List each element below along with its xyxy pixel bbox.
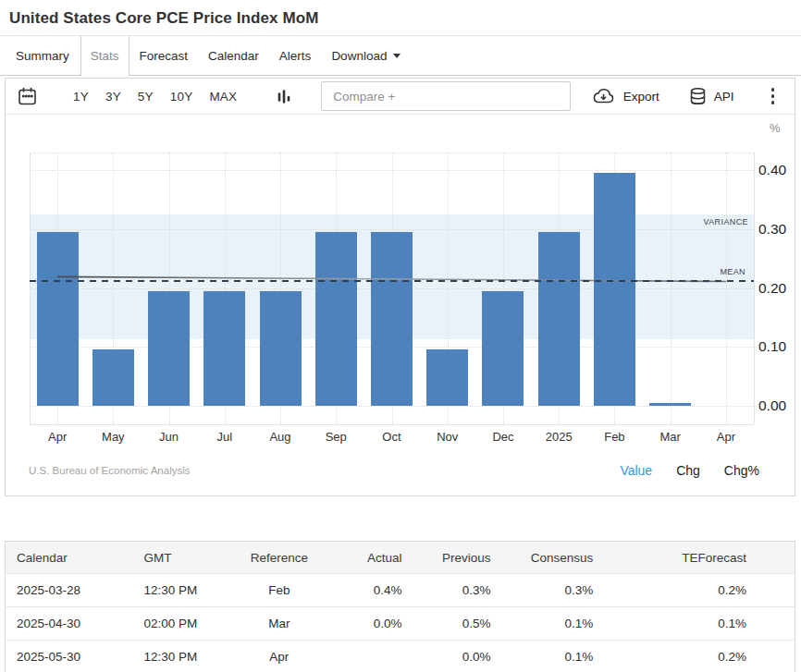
export-button[interactable]: Export [591, 87, 659, 105]
cell-gmt: 12:30 PM [133, 641, 236, 672]
cell-consensus: 0.3% [496, 574, 598, 607]
column-header-actual: Actual [322, 542, 408, 574]
view-link-value[interactable]: Value [620, 463, 652, 478]
page: United States Core PCE Price Index MoM S… [0, 0, 801, 672]
cell-calendar: 2025-05-30 [6, 641, 134, 672]
tab-label: Calendar [208, 49, 259, 63]
tab-calendar[interactable]: Calendar [198, 36, 269, 75]
column-header-previous: Previous [408, 542, 497, 574]
cell-teforecast: 0.2% [598, 641, 795, 672]
x-tick-label-Apr: Apr [30, 430, 85, 444]
source-attribution: U.S. Bureau of Economic Analysis [29, 465, 191, 476]
x-tick-label-Apr: Apr [698, 430, 754, 444]
title-bar: United States Core PCE Price Index MoM [0, 0, 801, 36]
mean-label: MEAN [690, 267, 746, 276]
y-tick-label: 0.40 [758, 162, 799, 178]
view-toggle: ValueChgChg% [620, 463, 759, 478]
cell-teforecast: 0.1% [598, 607, 795, 641]
x-tick-label-Jul: Jul [197, 430, 253, 444]
table-row: 2025-05-3012:30 PMApr0.0%0.1%0.2% [6, 641, 795, 672]
chart-card: 1Y3Y5Y10YMAX [5, 78, 795, 496]
cell-actual [322, 641, 408, 672]
calendar-icon [18, 87, 37, 106]
y-tick-label: 0.20 [758, 280, 799, 297]
tab-bar: SummaryStatsForecastCalendarAlertsDownlo… [0, 36, 801, 76]
range-button-3y[interactable]: 3Y [105, 90, 121, 104]
database-icon [689, 87, 707, 106]
x-tick-label-Oct: Oct [364, 430, 419, 444]
x-tick-label-Sep: Sep [308, 430, 364, 444]
table-header: CalendarGMTReferenceActualPreviousConsen… [6, 542, 795, 574]
table-body: 2025-03-2812:30 PMFeb0.4%0.3%0.3%0.2%202… [6, 574, 795, 672]
tab-label: Download [331, 49, 387, 63]
tab-summary[interactable]: Summary [0, 36, 80, 75]
tab-alerts[interactable]: Alerts [269, 36, 322, 75]
mean-line [30, 280, 754, 282]
tab-stats[interactable]: Stats [80, 36, 129, 75]
plot: VARIANCEMEAN%0.000.100.200.300.40AprMayJ… [6, 115, 795, 496]
export-label: Export [623, 90, 659, 104]
y-tick-label: 0.10 [758, 338, 799, 355]
tab-download[interactable]: Download [321, 36, 411, 75]
variance-label: VARIANCE [674, 217, 748, 226]
cell-teforecast: 0.2% [598, 574, 795, 607]
column-chart-icon [275, 87, 293, 105]
cell-consensus: 0.1% [496, 607, 598, 641]
x-tick-label-Feb: Feb [586, 430, 642, 444]
column-header-consensus: Consensus [496, 542, 598, 574]
range-button-5y[interactable]: 5Y [138, 90, 154, 104]
x-tick-label-Dec: Dec [475, 430, 531, 444]
cell-gmt: 12:30 PM [133, 574, 236, 607]
x-tick-label-May: May [85, 430, 141, 444]
cloud-download-icon [591, 87, 616, 105]
column-header-reference: Reference [237, 542, 322, 574]
table-row: 2025-04-3002:00 PMMar0.0%0.5%0.1%0.1% [6, 607, 795, 641]
column-header-gmt: GMT [133, 542, 236, 574]
view-link-chg[interactable]: Chg% [724, 463, 759, 478]
column-header-calendar: Calendar [6, 542, 134, 574]
tab-label: Stats [91, 49, 119, 63]
x-tick-label-Nov: Nov [420, 430, 475, 444]
range-button-max[interactable]: MAX [209, 90, 237, 104]
tab-label: Forecast [140, 49, 189, 63]
chart-type-button[interactable] [275, 87, 293, 105]
y-axis-unit: % [770, 121, 781, 135]
y-tick-label: 0.30 [758, 221, 799, 238]
x-tick-label-Jun: Jun [141, 430, 196, 444]
y-tick-label: 0.00 [758, 397, 799, 414]
more-menu-button[interactable] [768, 84, 779, 108]
table-row: 2025-03-2812:30 PMFeb0.4%0.3%0.3%0.2% [6, 574, 795, 607]
releases-table: CalendarGMTReferenceActualPreviousConsen… [5, 541, 795, 672]
range-button-1y[interactable]: 1Y [73, 90, 89, 104]
page-title: United States Core PCE Price Index MoM [0, 0, 801, 28]
x-tick-label-Mar: Mar [643, 430, 698, 444]
cell-actual: 0.4% [322, 574, 408, 607]
view-link-chg[interactable]: Chg [676, 463, 700, 478]
range-button-10y[interactable]: 10Y [170, 90, 193, 104]
api-button[interactable]: API [689, 87, 734, 106]
chart-area: VARIANCEMEAN%0.000.100.200.300.40AprMayJ… [6, 115, 795, 496]
tab-label: Summary [16, 49, 69, 63]
cell-consensus: 0.1% [496, 641, 598, 672]
cell-reference: Feb [237, 574, 322, 607]
x-tick-label-Aug: Aug [253, 430, 308, 444]
tab-forecast[interactable]: Forecast [129, 36, 199, 75]
cell-reference: Mar [237, 607, 322, 641]
chart-footer: U.S. Bureau of Economic Analysis ValueCh… [29, 460, 759, 481]
cell-reference: Apr [237, 641, 322, 672]
date-range-calendar-button[interactable] [18, 87, 37, 106]
cell-calendar: 2025-03-28 [6, 574, 134, 607]
cell-calendar: 2025-04-30 [6, 607, 134, 641]
column-header-teforecast: TEForecast [598, 542, 795, 574]
chart-toolbar: 1Y3Y5Y10YMAX [6, 79, 795, 115]
api-label: API [714, 90, 734, 104]
range-buttons: 1Y3Y5Y10YMAX [65, 90, 245, 104]
compare-input[interactable] [321, 81, 571, 111]
caret-down-icon [393, 54, 400, 58]
cell-previous: 0.3% [408, 574, 497, 607]
kebab-menu-icon [771, 88, 775, 92]
cell-actual: 0.0% [322, 607, 408, 641]
x-tick-label-2025: 2025 [531, 430, 586, 444]
cell-gmt: 02:00 PM [133, 607, 236, 641]
tab-label: Alerts [279, 49, 312, 63]
